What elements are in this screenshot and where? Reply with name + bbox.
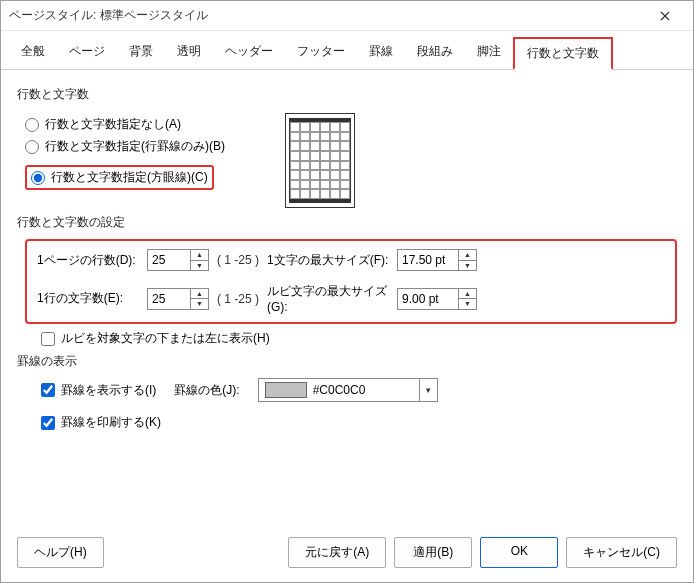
show-border-checkbox[interactable] — [41, 383, 55, 397]
print-border-label: 罫線を印刷する(K) — [61, 414, 161, 431]
up-arrow-icon[interactable]: ▲ — [459, 250, 476, 261]
down-arrow-icon[interactable]: ▼ — [191, 261, 208, 271]
help-button[interactable]: ヘルプ(H) — [17, 537, 104, 568]
grid-mode-group: 行数と文字数指定なし(A) 行数と文字数指定(行罫線のみ)(B) 行数と文字数指… — [25, 111, 225, 198]
tab-page[interactable]: ページ — [57, 37, 117, 69]
lines-range: ( 1 -25 ) — [217, 253, 267, 267]
close-icon — [660, 11, 670, 21]
color-combo[interactable]: #C0C0C0 ▾ — [258, 378, 438, 402]
color-swatch-icon — [265, 382, 307, 398]
radio-grid[interactable] — [31, 171, 45, 185]
up-arrow-icon[interactable]: ▲ — [191, 289, 208, 300]
down-arrow-icon[interactable]: ▼ — [459, 261, 476, 271]
preview-grid-icon — [289, 118, 351, 203]
tab-footer[interactable]: フッター — [285, 37, 357, 69]
tab-grid[interactable]: 行数と文字数 — [513, 37, 613, 70]
section3-title: 罫線の表示 — [17, 353, 677, 370]
page-preview — [285, 113, 355, 208]
tab-bar: 全般 ページ 背景 透明 ヘッダー フッター 罫線 段組み 脚注 行数と文字数 — [1, 31, 693, 70]
tab-background[interactable]: 背景 — [117, 37, 165, 69]
dropdown-icon[interactable]: ▾ — [419, 379, 437, 401]
radio-grid-label: 行数と文字数指定(方眼線)(C) — [51, 169, 208, 186]
lines-label: 1ページの行数(D): — [37, 252, 147, 269]
rubymax-spinner[interactable]: ▲▼ — [397, 288, 477, 310]
radio-none[interactable] — [25, 118, 39, 132]
down-arrow-icon[interactable]: ▼ — [459, 299, 476, 309]
radio-lines-label: 行数と文字数指定(行罫線のみ)(B) — [45, 138, 225, 155]
radio-lines[interactable] — [25, 140, 39, 154]
rubymax-input[interactable] — [398, 289, 458, 309]
footer: ヘルプ(H) 元に戻す(A) 適用(B) OK キャンセル(C) — [1, 527, 693, 582]
reset-button[interactable]: 元に戻す(A) — [288, 537, 386, 568]
content-area: 行数と文字数 行数と文字数指定なし(A) 行数と文字数指定(行罫線のみ)(B) … — [1, 70, 693, 527]
maxchar-label: 1文字の最大サイズ(F): — [267, 252, 397, 269]
ok-button[interactable]: OK — [480, 537, 558, 568]
tab-transparent[interactable]: 透明 — [165, 37, 213, 69]
settings-box: 1ページの行数(D): ▲▼ ( 1 -25 ) 1文字の最大サイズ(F): ▲… — [25, 239, 677, 324]
chars-label: 1行の文字数(E): — [37, 290, 147, 307]
show-border-label: 罫線を表示する(I) — [61, 382, 156, 399]
ruby-below-label: ルビを対象文字の下または左に表示(H) — [61, 330, 270, 347]
chars-range: ( 1 -25 ) — [217, 292, 267, 306]
tab-general[interactable]: 全般 — [9, 37, 57, 69]
up-arrow-icon[interactable]: ▲ — [191, 250, 208, 261]
maxchar-spinner[interactable]: ▲▼ — [397, 249, 477, 271]
window-title: ページスタイル: 標準ページスタイル — [9, 7, 645, 24]
down-arrow-icon[interactable]: ▼ — [191, 299, 208, 309]
maxchar-input[interactable] — [398, 250, 458, 270]
print-border-checkbox[interactable] — [41, 416, 55, 430]
color-label: 罫線の色(J): — [174, 382, 239, 399]
color-value: #C0C0C0 — [313, 383, 366, 397]
lines-spinner[interactable]: ▲▼ — [147, 249, 209, 271]
tab-footnote[interactable]: 脚注 — [465, 37, 513, 69]
rubymax-label: ルビ文字の最大サイズ(G): — [267, 283, 397, 314]
section2-title: 行数と文字数の設定 — [17, 214, 677, 231]
tab-header[interactable]: ヘッダー — [213, 37, 285, 69]
section1-title: 行数と文字数 — [17, 86, 677, 103]
ruby-below-checkbox[interactable] — [41, 332, 55, 346]
cancel-button[interactable]: キャンセル(C) — [566, 537, 677, 568]
chars-spinner[interactable]: ▲▼ — [147, 288, 209, 310]
close-button[interactable] — [645, 2, 685, 30]
up-arrow-icon[interactable]: ▲ — [459, 289, 476, 300]
lines-input[interactable] — [148, 250, 190, 270]
apply-button[interactable]: 適用(B) — [394, 537, 472, 568]
titlebar: ページスタイル: 標準ページスタイル — [1, 1, 693, 31]
tab-border[interactable]: 罫線 — [357, 37, 405, 69]
radio-none-label: 行数と文字数指定なし(A) — [45, 116, 181, 133]
tab-columns[interactable]: 段組み — [405, 37, 465, 69]
chars-input[interactable] — [148, 289, 190, 309]
